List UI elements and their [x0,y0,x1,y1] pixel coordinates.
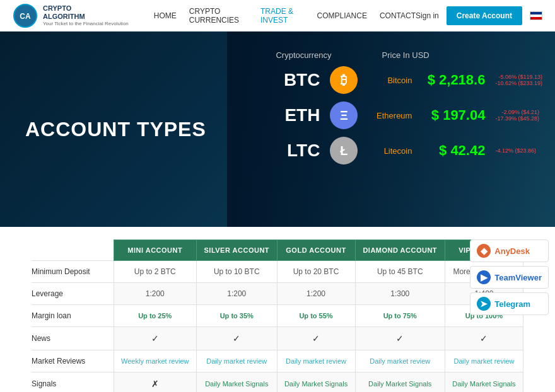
col-label-empty [32,240,114,261]
table-cell: Up to 75% [355,305,445,327]
row-label: Margin loan [32,305,114,327]
teamviewer-label: TeamViewer [494,273,542,282]
table-cell: Daily Market Signals [197,372,277,393]
table-cell: Daily Market Signals [277,372,355,393]
hero-title: ACCOUNT TYPES [25,118,206,141]
table-cell: Up to 10 BTC [197,261,277,283]
logo-icon: CA [13,3,38,28]
ticker-row-btc: BTC ₿ Bitcoin $ 2,218.6 -5.06% ($119.13)… [276,66,542,94]
anydesk-widget[interactable]: ◆ AnyDesk [470,239,549,262]
nav-compliance[interactable]: COMPLIANCE [317,11,367,20]
side-widgets: ◆ AnyDesk ▶ TeamViewer ➤ Telegram [470,239,549,315]
eth-icon: Ξ [330,101,358,129]
table-cell: Daily market review [197,350,277,372]
crypto-ticker: Cryptocurrency Price In USD BTC ₿ Bitcoi… [276,50,542,172]
row-label: News [32,327,114,350]
table-cell: 1:200 [114,283,197,305]
btc-icon: ₿ [330,66,358,94]
table-cell: Daily market review [355,350,445,372]
table-cell: Up to 20 BTC [277,261,355,283]
table-row: Signals✗Daily Market SignalsDaily Market… [32,372,523,393]
nav-actions: Sign in Create Account [416,6,542,25]
nav-home[interactable]: HOME [154,11,177,20]
logo-text: CRYPTO ALGORITHM Your Ticket to the Fina… [43,4,129,27]
table-cell: ✗ [114,372,197,393]
table-row: Margin loanUp to 25%Up to 35%Up to 55%Up… [32,305,523,327]
row-label: Leverage [32,283,114,305]
table-row: Leverage1:2001:2001:2001:3001:400 [32,283,523,305]
telegram-icon: ➤ [477,297,491,311]
table-header-row: MINI ACCOUNT SILVER ACCOUNT GOLD ACCOUNT… [32,240,523,261]
table-cell: ✓ [114,327,197,350]
table-row: Market ReviewsWeekly market reviewDaily … [32,350,523,372]
table-cell: Daily market review [445,350,523,372]
col-mini: MINI ACCOUNT [114,240,197,261]
telegram-label: Telegram [494,299,530,309]
nav-links: HOME CRYPTO CURRENCIES TRADE & INVEST CO… [154,7,416,25]
hero-content: ACCOUNT TYPES [0,118,231,141]
ticker-row-ltc: LTC Ł Litecoin $ 42.42 -4.12% ($23.86) [276,137,542,164]
table-cell: Up to 25% [114,305,197,327]
teamviewer-icon: ▶ [477,270,491,284]
row-label: Signals [32,372,114,393]
svg-text:CA: CA [20,12,31,21]
sign-in-link[interactable]: Sign in [416,11,439,20]
ticker-row-eth: ETH Ξ Ethereum $ 197.04 -2.09% ($4.21) -… [276,101,542,129]
table-cell: Daily Market Signals [355,372,445,393]
col-diamond: DIAMOND ACCOUNT [355,240,445,261]
telegram-widget[interactable]: ➤ Telegram [470,292,549,315]
table-cell: Daily market review [277,350,355,372]
create-account-button[interactable]: Create Account [447,6,522,25]
table-cell: Up to 45 BTC [355,261,445,283]
col-silver: SILVER ACCOUNT [197,240,277,261]
table-cell: Up to 35% [197,305,277,327]
nav-contact[interactable]: CONTACT [380,11,416,20]
teamviewer-widget[interactable]: ▶ TeamViewer [470,266,549,289]
ltc-icon: Ł [330,137,358,164]
table-section: MINI ACCOUNT SILVER ACCOUNT GOLD ACCOUNT… [0,227,555,392]
row-label: Market Reviews [32,350,114,372]
ticker-header: Cryptocurrency Price In USD [276,50,542,60]
table-row: Minimum DepositUp to 2 BTCUp to 10 BTCUp… [32,261,523,283]
table-cell: 1:200 [277,283,355,305]
crypto-visual: Cryptocurrency Price In USD BTC ₿ Bitcoi… [227,32,555,227]
table-cell: Daily Market Signals [445,372,523,393]
col-gold: GOLD ACCOUNT [277,240,355,261]
table-cell: ✓ [355,327,445,350]
table-cell: ✓ [445,327,523,350]
table-cell: 1:300 [355,283,445,305]
navbar: CA CRYPTO ALGORITHM Your Ticket to the F… [0,0,555,32]
nav-crypto[interactable]: CRYPTO CURRENCIES [189,7,248,25]
logo[interactable]: CA CRYPTO ALGORITHM Your Ticket to the F… [13,3,129,28]
row-label: Minimum Deposit [32,261,114,283]
account-types-table: MINI ACCOUNT SILVER ACCOUNT GOLD ACCOUNT… [32,239,523,392]
table-cell: Up to 55% [277,305,355,327]
anydesk-icon: ◆ [477,244,491,258]
table-cell: ✓ [277,327,355,350]
table-cell: Weekly market review [114,350,197,372]
nav-trade[interactable]: TRADE & INVEST [260,7,305,25]
table-cell: Up to 2 BTC [114,261,197,283]
table-cell: 1:200 [197,283,277,305]
hero-section: ACCOUNT TYPES Cryptocurrency Price In US… [0,32,555,227]
table-wrapper: MINI ACCOUNT SILVER ACCOUNT GOLD ACCOUNT… [25,239,530,392]
anydesk-label: AnyDesk [494,246,530,256]
language-flag-icon[interactable] [530,11,542,20]
table-row: News✓✓✓✓✓ [32,327,523,350]
table-cell: ✓ [197,327,277,350]
